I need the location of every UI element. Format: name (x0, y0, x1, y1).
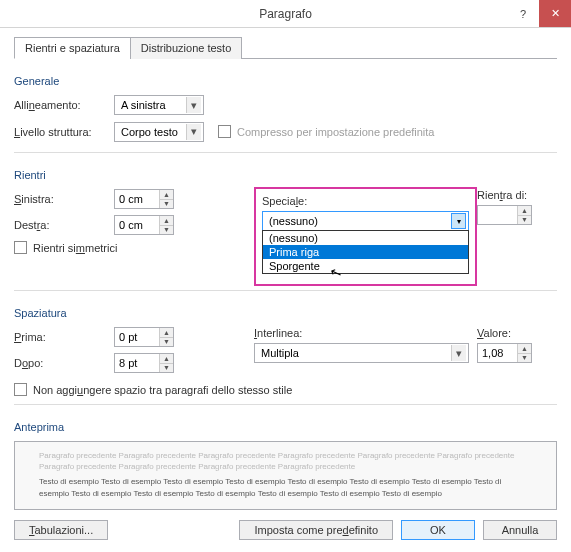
noadd-label: Non aggiungere spazio tra paragrafi dell… (33, 384, 292, 396)
spacing-at-spinner[interactable]: 1,08 ▲▼ (477, 343, 532, 363)
indent-right-spinner[interactable]: 0 cm ▲▼ (114, 215, 174, 235)
chevron-down-icon: ▾ (186, 97, 201, 113)
after-spinner[interactable]: 8 pt ▲▼ (114, 353, 174, 373)
spinner-up-icon[interactable]: ▲ (518, 344, 531, 354)
preview-legend: Anteprima (14, 421, 557, 433)
spinner-down-icon[interactable]: ▼ (518, 216, 531, 225)
spinner-up-icon[interactable]: ▲ (518, 206, 531, 216)
mirror-indent-label: Rientri simmetrici (33, 242, 117, 254)
spacing-at-label: Valore: (477, 327, 557, 339)
indent-left-label: Sinistra: (14, 193, 114, 205)
alignment-label: Allineamento: (14, 99, 114, 111)
collapsed-checkbox (218, 125, 231, 138)
special-dropdown-list: (nessuno) Prima riga Sporgente (262, 230, 469, 274)
after-label: Dopo: (14, 357, 114, 369)
help-icon: ? (520, 8, 526, 20)
special-select[interactable]: (nessuno) ▾ (262, 211, 469, 231)
line-spacing-select[interactable]: Multipla ▾ (254, 343, 469, 363)
special-option-none[interactable]: (nessuno) (263, 231, 468, 245)
spinner-up-icon[interactable]: ▲ (160, 216, 173, 226)
chevron-down-icon: ▾ (186, 124, 201, 140)
outline-level-label: Livello struttura: (14, 126, 114, 138)
special-option-hanging[interactable]: Sporgente (263, 259, 468, 273)
spinner-down-icon[interactable]: ▼ (160, 200, 173, 209)
tab-strip: Rientri e spaziatura Distribuzione testo (14, 36, 557, 59)
preview-sample-text: Testo di esempio Testo di esempio Testo … (39, 476, 532, 498)
preview-prev-text: Paragrafo precedente Paragrafo precedent… (39, 450, 532, 472)
close-button[interactable]: ✕ (539, 0, 571, 27)
close-icon: ✕ (551, 7, 560, 20)
title-bar: Paragrafo ? ✕ (0, 0, 571, 28)
spinner-up-icon[interactable]: ▲ (160, 354, 173, 364)
chevron-down-icon[interactable]: ▾ (451, 213, 466, 229)
noadd-checkbox[interactable] (14, 383, 27, 396)
spinner-down-icon[interactable]: ▼ (160, 226, 173, 235)
before-label: Prima: (14, 331, 114, 343)
spinner-down-icon[interactable]: ▼ (518, 354, 531, 363)
chevron-down-icon: ▾ (451, 345, 466, 361)
preview-box: Paragrafo precedente Paragrafo precedent… (14, 441, 557, 510)
help-button[interactable]: ? (507, 0, 539, 27)
ok-button[interactable]: OK (401, 520, 475, 540)
dialog-title: Paragrafo (259, 7, 312, 21)
general-legend: Generale (14, 75, 557, 87)
spinner-up-icon[interactable]: ▲ (160, 190, 173, 200)
indent-right-label: Destra: (14, 219, 114, 231)
collapsed-label: Compresso per impostazione predefinita (237, 126, 435, 138)
special-highlight: Speciale: (nessuno) ▾ (nessuno) Prima ri… (254, 187, 477, 286)
cancel-button[interactable]: Annulla (483, 520, 557, 540)
special-label: Speciale: (262, 195, 469, 207)
outline-level-select[interactable]: Corpo testo ▾ (114, 122, 204, 142)
tabs-button[interactable]: Tabulazioni... (14, 520, 108, 540)
indent-by-label: Rientra di: (477, 189, 557, 201)
indent-by-spinner[interactable]: ▲▼ (477, 205, 532, 225)
spinner-down-icon[interactable]: ▼ (160, 338, 173, 347)
tab-indent-spacing[interactable]: Rientri e spaziatura (14, 37, 131, 59)
tab-distribution[interactable]: Distribuzione testo (130, 37, 243, 59)
alignment-select[interactable]: A sinistra ▾ (114, 95, 204, 115)
before-spinner[interactable]: 0 pt ▲▼ (114, 327, 174, 347)
spinner-down-icon[interactable]: ▼ (160, 364, 173, 373)
indent-legend: Rientri (14, 169, 557, 181)
line-spacing-label: Interlinea: (254, 327, 469, 339)
indent-left-spinner[interactable]: 0 cm ▲▼ (114, 189, 174, 209)
spacing-legend: Spaziatura (14, 307, 557, 319)
mirror-indent-checkbox[interactable] (14, 241, 27, 254)
special-option-first-line[interactable]: Prima riga (263, 245, 468, 259)
set-default-button[interactable]: Imposta come predefinito (239, 520, 393, 540)
spinner-up-icon[interactable]: ▲ (160, 328, 173, 338)
